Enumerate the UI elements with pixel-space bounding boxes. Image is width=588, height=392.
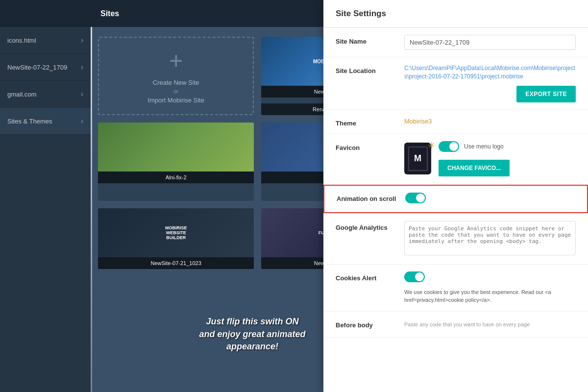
location-text: C:\Users\DreamPiF\AppData\Local\Mobirise… bbox=[404, 64, 576, 81]
plus-icon: + bbox=[169, 47, 183, 74]
sidebar-item-label: Sites & Themes bbox=[7, 118, 52, 125]
site-name-row: Site Name bbox=[323, 28, 588, 57]
divider-line bbox=[91, 27, 92, 392]
sidebar-item-newsite[interactable]: NewSite-07-22_1709 › bbox=[0, 54, 91, 81]
card-label: NewSite-07-21_1023 bbox=[98, 257, 254, 269]
export-site-button[interactable]: EXPORT SITE bbox=[516, 86, 576, 102]
animation-on-scroll-row: Animation on scroll bbox=[323, 185, 588, 213]
cookies-alert-row: Cookies Alert We use cookies to give you… bbox=[323, 265, 588, 312]
spinner-icon: ✳ bbox=[428, 140, 435, 151]
settings-panel: Site Settings Site Name Site Location C:… bbox=[323, 0, 588, 392]
theme-value: Mobirise3 bbox=[404, 117, 576, 125]
sidebar-item-label: gmail.com bbox=[7, 91, 36, 98]
site-card-1023[interactable]: MOBIRISEWEBSITEBUILDER NewSite-07-21_102… bbox=[98, 208, 254, 269]
create-new-site-card[interactable]: + Create New Site or Import Mobirise Sit… bbox=[98, 37, 254, 115]
card-image: MOBIRISEWEBSITEBUILDER bbox=[98, 208, 254, 257]
site-name-input[interactable] bbox=[404, 35, 576, 50]
google-analytics-textarea[interactable] bbox=[404, 221, 576, 255]
chevron-right-icon: › bbox=[81, 63, 83, 72]
caption-line2: and enjoy great animated appearance! bbox=[181, 328, 323, 353]
favicon-value: M ✳ Use menu logo CHANGE FAVICO... bbox=[404, 141, 576, 176]
settings-title: Site Settings bbox=[323, 0, 588, 28]
animation-toggle-container bbox=[405, 193, 426, 205]
card-label: Alni-fix-2 bbox=[98, 172, 254, 183]
cookies-alert-value: We use cookies to give you the best expe… bbox=[404, 271, 576, 304]
animation-on-scroll-toggle[interactable] bbox=[405, 193, 426, 203]
chevron-right-icon: › bbox=[81, 36, 83, 45]
change-favicon-button[interactable]: CHANGE FAVICO... bbox=[439, 160, 510, 176]
favicon-row: Favicon M ✳ Use menu logo CHANGE FAVICO.… bbox=[323, 134, 588, 184]
site-location-label: Site Location bbox=[336, 64, 404, 74]
before-body-placeholder: Paste any code that you want to have on … bbox=[404, 318, 576, 330]
theme-link[interactable]: Mobirise3 bbox=[404, 118, 432, 125]
before-body-value: Paste any code that you want to have on … bbox=[404, 318, 576, 330]
sidebar: icons.html › NewSite-07-22_1709 › gmail.… bbox=[0, 0, 91, 392]
use-menu-logo-row: Use menu logo bbox=[439, 141, 510, 152]
sidebar-item-label: NewSite-07-22_1709 bbox=[7, 64, 67, 71]
sidebar-item-label: icons.html bbox=[7, 37, 36, 44]
favicon-options: Use menu logo CHANGE FAVICO... bbox=[439, 141, 510, 176]
theme-row: Theme Mobirise3 bbox=[323, 110, 588, 134]
sidebar-header bbox=[0, 0, 91, 27]
site-name-value bbox=[404, 35, 576, 50]
sidebar-item-themes[interactable]: Sites & Themes › bbox=[0, 108, 91, 135]
animation-label: Animation on scroll bbox=[337, 195, 405, 202]
before-body-label: Before body bbox=[336, 318, 404, 329]
chevron-right-icon: › bbox=[81, 117, 83, 125]
site-card-alni[interactable]: Alni-fix-2 bbox=[98, 122, 254, 201]
card-image bbox=[98, 122, 254, 172]
phone-screen: M bbox=[408, 147, 428, 171]
caption-line1: Just flip this swith ON bbox=[181, 316, 323, 328]
google-analytics-label: Google Analytics bbox=[336, 221, 404, 231]
chevron-right-icon: › bbox=[81, 90, 83, 98]
sidebar-item-icons[interactable]: icons.html › bbox=[0, 27, 91, 54]
caption-overlay: Just flip this swith ON and enjoy great … bbox=[181, 316, 323, 353]
sites-title: Sites bbox=[100, 9, 119, 18]
before-body-row: Before body Paste any code that you want… bbox=[323, 312, 588, 338]
favicon-label: Favicon bbox=[336, 141, 404, 151]
use-menu-logo-toggle[interactable] bbox=[439, 141, 459, 152]
google-analytics-value bbox=[404, 221, 576, 257]
cookies-alert-toggle[interactable] bbox=[404, 271, 425, 282]
google-analytics-row: Google Analytics bbox=[323, 214, 588, 265]
cookies-alert-label: Cookies Alert bbox=[336, 271, 404, 282]
site-location-value: C:\Users\DreamPiF\AppData\Local\Mobirise… bbox=[404, 64, 576, 102]
use-menu-logo-label: Use menu logo bbox=[464, 143, 504, 150]
create-label: Create New Site or Import Mobirise Site bbox=[147, 78, 204, 105]
favicon-phone: M ✳ bbox=[404, 143, 431, 174]
site-location-row: Site Location C:\Users\DreamPiF\AppData\… bbox=[323, 57, 588, 110]
cookies-description: We use cookies to give you the best expe… bbox=[404, 288, 576, 304]
site-name-label: Site Name bbox=[336, 35, 404, 45]
sidebar-item-gmail[interactable]: gmail.com › bbox=[0, 81, 91, 108]
theme-label: Theme bbox=[336, 117, 404, 127]
